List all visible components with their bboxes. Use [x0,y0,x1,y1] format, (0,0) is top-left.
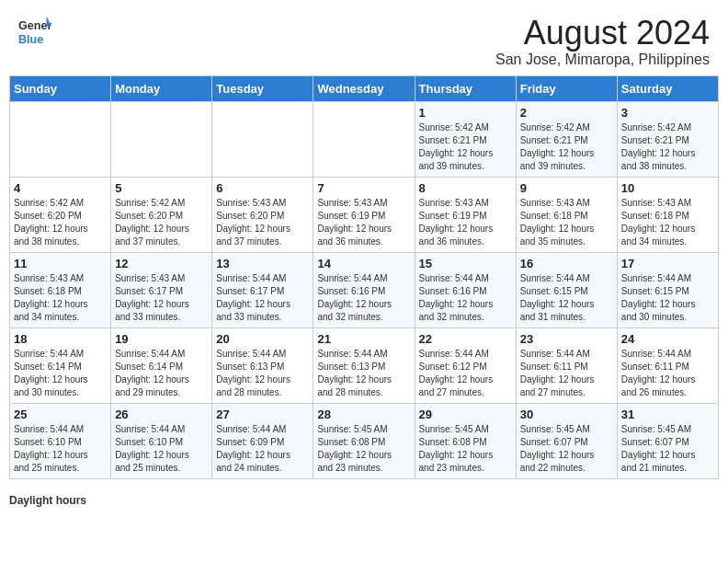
calendar-cell: 30Sunrise: 5:45 AM Sunset: 6:07 PM Dayli… [516,403,617,478]
title-area: August 2024 San Jose, Mimaropa, Philippi… [495,15,710,68]
col-header-monday: Monday [111,75,212,101]
day-number: 22 [419,332,512,346]
calendar-cell: 1Sunrise: 5:42 AM Sunset: 6:21 PM Daylig… [415,101,516,177]
day-info: Sunrise: 5:43 AM Sunset: 6:18 PM Dayligh… [14,272,107,324]
subtitle: San Jose, Mimaropa, Philippines [495,52,710,68]
calendar-header-row: SundayMondayTuesdayWednesdayThursdayFrid… [10,75,719,101]
calendar-week-row: 18Sunrise: 5:44 AM Sunset: 6:14 PM Dayli… [10,327,719,403]
day-number: 8 [419,181,512,195]
day-info: Sunrise: 5:42 AM Sunset: 6:21 PM Dayligh… [520,121,613,173]
day-number: 3 [621,106,714,120]
calendar-cell: 2Sunrise: 5:42 AM Sunset: 6:21 PM Daylig… [516,101,617,177]
day-number: 18 [14,332,107,346]
calendar-cell: 7Sunrise: 5:43 AM Sunset: 6:19 PM Daylig… [313,177,415,252]
day-info: Sunrise: 5:42 AM Sunset: 6:21 PM Dayligh… [419,121,512,173]
day-number: 13 [216,257,309,270]
logo: General Blue [18,15,51,48]
day-info: Sunrise: 5:45 AM Sunset: 6:08 PM Dayligh… [419,423,512,475]
col-header-saturday: Saturday [617,75,718,101]
day-info: Sunrise: 5:44 AM Sunset: 6:14 PM Dayligh… [115,348,208,399]
calendar-week-row: 25Sunrise: 5:44 AM Sunset: 6:10 PM Dayli… [10,403,719,478]
day-number: 4 [14,181,107,195]
calendar-cell: 6Sunrise: 5:43 AM Sunset: 6:20 PM Daylig… [212,177,313,252]
day-info: Sunrise: 5:44 AM Sunset: 6:11 PM Dayligh… [520,348,613,399]
day-number: 27 [216,408,309,421]
day-info: Sunrise: 5:42 AM Sunset: 6:20 PM Dayligh… [115,197,208,248]
logo-icon: General Blue [18,15,51,48]
legend-label: Daylight hours [9,494,86,507]
day-number: 19 [115,332,208,346]
day-number: 24 [621,332,714,346]
calendar-cell: 8Sunrise: 5:43 AM Sunset: 6:19 PM Daylig… [415,177,516,252]
day-number: 23 [520,332,613,346]
day-info: Sunrise: 5:43 AM Sunset: 6:17 PM Dayligh… [115,272,208,324]
day-info: Sunrise: 5:45 AM Sunset: 6:07 PM Dayligh… [520,423,613,475]
calendar-cell: 20Sunrise: 5:44 AM Sunset: 6:13 PM Dayli… [212,327,313,403]
calendar-cell: 28Sunrise: 5:45 AM Sunset: 6:08 PM Dayli… [313,403,415,478]
day-number: 28 [317,408,410,421]
calendar-cell: 25Sunrise: 5:44 AM Sunset: 6:10 PM Dayli… [10,403,111,478]
calendar-cell [10,101,111,177]
day-number: 14 [317,257,410,270]
day-number: 5 [115,181,208,195]
day-info: Sunrise: 5:44 AM Sunset: 6:15 PM Dayligh… [520,272,613,324]
day-info: Sunrise: 5:44 AM Sunset: 6:15 PM Dayligh… [621,272,714,324]
calendar-container: SundayMondayTuesdayWednesdayThursdayFrid… [0,75,728,488]
day-info: Sunrise: 5:45 AM Sunset: 6:07 PM Dayligh… [621,423,714,475]
day-info: Sunrise: 5:42 AM Sunset: 6:21 PM Dayligh… [621,121,714,173]
calendar-cell: 27Sunrise: 5:44 AM Sunset: 6:09 PM Dayli… [212,403,313,478]
day-info: Sunrise: 5:44 AM Sunset: 6:09 PM Dayligh… [216,423,309,475]
day-info: Sunrise: 5:44 AM Sunset: 6:10 PM Dayligh… [14,423,107,475]
day-number: 26 [115,408,208,421]
day-info: Sunrise: 5:44 AM Sunset: 6:10 PM Dayligh… [115,423,208,475]
day-info: Sunrise: 5:44 AM Sunset: 6:17 PM Dayligh… [216,272,309,324]
calendar-cell: 21Sunrise: 5:44 AM Sunset: 6:13 PM Dayli… [313,327,415,403]
calendar-cell [111,101,212,177]
col-header-sunday: Sunday [10,75,111,101]
calendar-cell [212,101,313,177]
day-number: 16 [520,257,613,270]
calendar-cell: 17Sunrise: 5:44 AM Sunset: 6:15 PM Dayli… [617,252,718,327]
calendar-cell: 4Sunrise: 5:42 AM Sunset: 6:20 PM Daylig… [10,177,111,252]
col-header-tuesday: Tuesday [212,75,313,101]
day-info: Sunrise: 5:44 AM Sunset: 6:13 PM Dayligh… [216,348,309,399]
page-header: General Blue August 2024 San Jose, Mimar… [0,0,728,75]
day-number: 10 [621,181,714,195]
day-number: 29 [419,408,512,421]
calendar-cell: 26Sunrise: 5:44 AM Sunset: 6:10 PM Dayli… [111,403,212,478]
day-info: Sunrise: 5:45 AM Sunset: 6:08 PM Dayligh… [317,423,410,475]
col-header-thursday: Thursday [415,75,516,101]
day-number: 6 [216,181,309,195]
calendar-cell: 16Sunrise: 5:44 AM Sunset: 6:15 PM Dayli… [516,252,617,327]
day-number: 15 [419,257,512,270]
calendar-cell: 15Sunrise: 5:44 AM Sunset: 6:16 PM Dayli… [415,252,516,327]
day-info: Sunrise: 5:44 AM Sunset: 6:12 PM Dayligh… [419,348,512,399]
calendar-cell: 9Sunrise: 5:43 AM Sunset: 6:18 PM Daylig… [516,177,617,252]
day-info: Sunrise: 5:44 AM Sunset: 6:11 PM Dayligh… [621,348,714,399]
day-info: Sunrise: 5:43 AM Sunset: 6:18 PM Dayligh… [621,197,714,248]
calendar-week-row: 4Sunrise: 5:42 AM Sunset: 6:20 PM Daylig… [10,177,719,252]
calendar-cell: 19Sunrise: 5:44 AM Sunset: 6:14 PM Dayli… [111,327,212,403]
day-number: 31 [621,408,714,421]
day-info: Sunrise: 5:42 AM Sunset: 6:20 PM Dayligh… [14,197,107,248]
day-number: 1 [419,106,512,120]
calendar-cell: 13Sunrise: 5:44 AM Sunset: 6:17 PM Dayli… [212,252,313,327]
day-info: Sunrise: 5:43 AM Sunset: 6:18 PM Dayligh… [520,197,613,248]
main-title: August 2024 [495,15,710,52]
calendar-cell: 31Sunrise: 5:45 AM Sunset: 6:07 PM Dayli… [617,403,718,478]
calendar-cell: 18Sunrise: 5:44 AM Sunset: 6:14 PM Dayli… [10,327,111,403]
calendar-cell: 10Sunrise: 5:43 AM Sunset: 6:18 PM Dayli… [617,177,718,252]
calendar-table: SundayMondayTuesdayWednesdayThursdayFrid… [9,75,719,479]
calendar-week-row: 1Sunrise: 5:42 AM Sunset: 6:21 PM Daylig… [10,101,719,177]
day-number: 20 [216,332,309,346]
calendar-cell [313,101,415,177]
calendar-cell: 5Sunrise: 5:42 AM Sunset: 6:20 PM Daylig… [111,177,212,252]
day-number: 9 [520,181,613,195]
day-number: 17 [621,257,714,270]
day-info: Sunrise: 5:43 AM Sunset: 6:20 PM Dayligh… [216,197,309,248]
legend: Daylight hours [0,488,728,511]
day-info: Sunrise: 5:43 AM Sunset: 6:19 PM Dayligh… [317,197,410,248]
day-info: Sunrise: 5:44 AM Sunset: 6:13 PM Dayligh… [317,348,410,399]
day-number: 21 [317,332,410,346]
day-info: Sunrise: 5:43 AM Sunset: 6:19 PM Dayligh… [419,197,512,248]
